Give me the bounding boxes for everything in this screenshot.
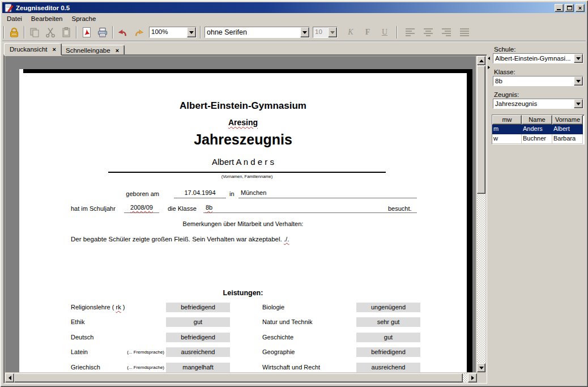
tab-close-icon[interactable]: ×	[52, 46, 56, 52]
arrow-left-icon	[8, 376, 11, 380]
grade-field[interactable]: ungenügend	[356, 303, 420, 312]
subject-2: Biologie	[262, 303, 284, 312]
font-dropdown-button[interactable]	[300, 27, 309, 37]
chevron-down-icon	[330, 31, 335, 34]
clipboard-icon	[60, 26, 73, 39]
scroll-right-button[interactable]	[468, 373, 477, 382]
table-row[interactable]: m Anders Albert	[492, 125, 584, 134]
chevron-down-icon	[189, 31, 194, 34]
zoom-dropdown-button[interactable]	[187, 27, 196, 37]
cell-vorname[interactable]: Barbara	[552, 134, 583, 144]
remarks-heading: Bemerkungen über Mitarbeit und Verhalten…	[19, 220, 467, 227]
school-dropdown-button[interactable]	[574, 54, 583, 63]
grade-field[interactable]: gut	[166, 317, 230, 327]
menu-sprache[interactable]: Sprache	[67, 14, 100, 23]
scroll-left-button[interactable]	[5, 373, 14, 382]
toolbar-separator	[76, 26, 77, 39]
grade-row: Deutsch befriedigend Geschichte gut	[19, 333, 467, 343]
scroll-up-button[interactable]	[477, 56, 485, 65]
grade-field[interactable]: befriedigend	[166, 303, 230, 312]
undo-button[interactable]	[115, 25, 131, 40]
export-pdf-button[interactable]	[79, 25, 95, 40]
class-select-value: 8b	[493, 76, 574, 86]
cell-vorname[interactable]: Albert	[552, 125, 583, 134]
maximize-button[interactable]	[565, 4, 574, 12]
align-left-icon	[405, 28, 415, 37]
certificate-dropdown-button[interactable]	[574, 99, 583, 108]
table-row[interactable]: w Buchner Barbara	[492, 134, 584, 144]
align-justify-button[interactable]	[457, 25, 472, 40]
cell-name[interactable]: Anders	[522, 125, 552, 134]
grade-field[interactable]: ausreichend	[166, 347, 230, 357]
align-center-button[interactable]	[420, 25, 436, 40]
grade-field[interactable]: befriedigend	[356, 347, 420, 357]
menu-bearbeiten[interactable]: Bearbeiten	[27, 14, 67, 23]
grade-field[interactable]: ausreichend	[356, 363, 420, 372]
zoom-select[interactable]: 100%	[149, 27, 197, 38]
font-size-dropdown-button[interactable]	[328, 27, 337, 37]
birth-place-field[interactable]: München	[238, 189, 417, 198]
menu-datei[interactable]: Datei	[2, 14, 27, 23]
column-header-name[interactable]: Name	[522, 115, 552, 125]
page-frame-right	[467, 69, 472, 372]
chevron-down-icon	[576, 57, 581, 60]
toolbar: 100% ohne Serifen 10 K F U	[2, 24, 586, 41]
copy-button[interactable]	[27, 25, 42, 40]
align-left-button[interactable]	[402, 25, 418, 40]
birth-date-field[interactable]: 17.04.1994	[174, 189, 226, 198]
school-select[interactable]: Albert-Einstein-Gymnasi...	[493, 53, 583, 63]
vertical-scrollbar[interactable]	[477, 56, 485, 372]
horizontal-scrollbar[interactable]	[5, 373, 477, 382]
student-name: Albert A n d e r s	[19, 157, 467, 167]
collapse-left-icon	[488, 57, 490, 60]
horizontal-scroll-thumb[interactable]	[14, 373, 463, 382]
align-right-button[interactable]	[438, 25, 454, 40]
tab-label: Schnelleingabe	[66, 47, 110, 54]
font-size-select[interactable]: 10	[313, 27, 338, 38]
menubar: Datei Bearbeiten Sprache	[2, 14, 586, 24]
document-area: Albert-Einstein-Gymnasium Aresing Jahres…	[3, 54, 487, 384]
tab-druckansicht[interactable]: Druckansicht ×	[4, 43, 62, 56]
redo-icon	[133, 26, 145, 39]
titlebar: Zeugniseditor 0.5 ×	[2, 2, 586, 13]
lock-button[interactable]	[6, 25, 22, 40]
grades-heading: Leistungen:	[19, 289, 467, 297]
class-select[interactable]: 8b	[493, 76, 583, 86]
subject-1: Ethik	[71, 317, 84, 327]
remarks-text[interactable]: Der begabte Schüler zeigte großen Fleiß.…	[71, 236, 289, 243]
certificate-select[interactable]: Jahreszeugnis	[493, 99, 583, 109]
vertical-scroll-thumb[interactable]	[477, 66, 485, 194]
scroll-down-button[interactable]	[477, 363, 485, 372]
chevron-down-icon	[576, 80, 581, 83]
grade-field[interactable]: gut	[356, 333, 420, 342]
class-dropdown-button[interactable]	[574, 76, 583, 86]
grade-field[interactable]: sehr gut	[356, 317, 420, 327]
tab-close-icon[interactable]: ×	[116, 48, 119, 53]
bold-button[interactable]: F	[359, 28, 376, 37]
underline-button[interactable]: U	[376, 28, 393, 37]
align-justify-icon	[459, 28, 470, 37]
grade-field[interactable]: mangelhaft	[166, 363, 230, 372]
minimize-button[interactable]	[555, 4, 564, 12]
cut-button[interactable]	[42, 25, 58, 40]
students-table: mw Name Vorname m Anders Albert w Buchne…	[492, 114, 585, 144]
italic-button[interactable]: K	[342, 28, 359, 37]
toolbar-separator	[200, 26, 201, 39]
paste-button[interactable]	[58, 25, 74, 40]
grade-field[interactable]: befriedigend	[166, 333, 230, 342]
school-select-value: Albert-Einstein-Gymnasi...	[493, 54, 574, 63]
font-select[interactable]: ohne Serifen	[204, 27, 310, 38]
toolbar-separator	[397, 26, 398, 39]
class-field[interactable]: 8b	[203, 203, 417, 213]
print-button[interactable]	[95, 25, 110, 40]
column-header-mw[interactable]: mw	[492, 115, 522, 125]
redo-button[interactable]	[131, 25, 147, 40]
subject-2: Natur und Technik	[262, 317, 312, 327]
schoolyear-field[interactable]: 2008/09	[124, 203, 159, 213]
cell-mw[interactable]: m	[492, 125, 522, 134]
cell-name[interactable]: Buchner	[522, 134, 552, 144]
close-button[interactable]: ×	[576, 4, 585, 12]
cell-mw[interactable]: w	[492, 134, 522, 144]
certificate-select-value: Jahreszeugnis	[493, 99, 574, 108]
column-header-vorname[interactable]: Vorname	[552, 115, 583, 125]
